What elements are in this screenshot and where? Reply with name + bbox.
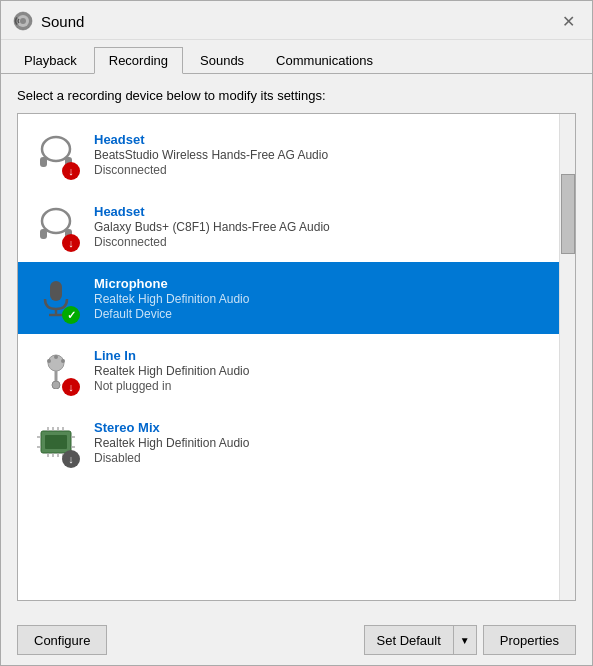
device-desc-1: Galaxy Buds+ (C8F1) Hands-Free AG Audio (94, 220, 547, 234)
close-button[interactable]: ✕ (556, 9, 580, 33)
tab-bar: Playback Recording Sounds Communications (1, 40, 592, 74)
svg-rect-13 (50, 281, 62, 301)
device-icon-wrapper-3: ↓ (30, 344, 82, 396)
title-bar: Sound ✕ (1, 1, 592, 40)
set-default-button[interactable]: Set Default (364, 625, 453, 655)
device-item-4[interactable]: ↓ Stereo Mix Realtek High Definition Aud… (18, 406, 559, 478)
sound-dialog: Sound ✕ Playback Recording Sounds Commun… (0, 0, 593, 666)
device-info-3: Line In Realtek High Definition Audio No… (94, 348, 547, 393)
device-item-1[interactable]: ↓ Headset Galaxy Buds+ (C8F1) Hands-Free… (18, 190, 559, 262)
instruction-text: Select a recording device below to modif… (17, 88, 576, 103)
device-desc-3: Realtek High Definition Audio (94, 364, 547, 378)
svg-point-21 (54, 355, 58, 359)
status-badge-1: ↓ (62, 234, 80, 252)
status-badge-4: ↓ (62, 450, 80, 468)
device-icon-wrapper-4: ↓ (30, 416, 82, 468)
device-name-4: Stereo Mix (94, 420, 547, 435)
tab-recording[interactable]: Recording (94, 47, 183, 74)
tab-playback[interactable]: Playback (9, 47, 92, 74)
device-status-0: Disconnected (94, 163, 547, 177)
svg-point-3 (42, 137, 70, 161)
sound-title-icon (13, 11, 33, 31)
device-item-0[interactable]: ↓ Headset BeatsStudio Wireless Hands-Fre… (18, 118, 559, 190)
device-item-3[interactable]: ↓ Line In Realtek High Definition Audio … (18, 334, 559, 406)
set-default-dropdown-button[interactable]: ▼ (453, 625, 477, 655)
set-default-split-button: Set Default ▼ (364, 625, 477, 655)
title-bar-left: Sound (13, 11, 84, 31)
device-info-2: Microphone Realtek High Definition Audio… (94, 276, 547, 321)
device-icon-wrapper-1: ↓ (30, 200, 82, 252)
device-info-0: Headset BeatsStudio Wireless Hands-Free … (94, 132, 547, 177)
device-name-1: Headset (94, 204, 547, 219)
svg-rect-23 (45, 435, 67, 449)
device-desc-0: BeatsStudio Wireless Hands-Free AG Audio (94, 148, 547, 162)
device-desc-2: Realtek High Definition Audio (94, 292, 547, 306)
status-badge-3: ↓ (62, 378, 80, 396)
device-desc-4: Realtek High Definition Audio (94, 436, 547, 450)
device-icon-wrapper-0: ↓ (30, 128, 82, 180)
device-name-0: Headset (94, 132, 547, 147)
device-name-3: Line In (94, 348, 547, 363)
svg-point-8 (42, 209, 70, 233)
status-badge-0: ↓ (62, 162, 80, 180)
button-bar: Configure Set Default ▼ Properties (1, 615, 592, 665)
svg-point-18 (52, 381, 60, 389)
svg-point-2 (20, 18, 26, 24)
main-content: Select a recording device below to modif… (1, 74, 592, 615)
scrollbar-thumb[interactable] (561, 174, 575, 254)
window-title: Sound (41, 13, 84, 30)
svg-point-19 (47, 359, 51, 363)
status-badge-2: ✓ (62, 306, 80, 324)
configure-button[interactable]: Configure (17, 625, 107, 655)
device-icon-wrapper-2: ✓ (30, 272, 82, 324)
device-info-1: Headset Galaxy Buds+ (C8F1) Hands-Free A… (94, 204, 547, 249)
device-status-1: Disconnected (94, 235, 547, 249)
scrollbar[interactable] (559, 114, 575, 600)
device-item-2[interactable]: ✓ Microphone Realtek High Definition Aud… (18, 262, 559, 334)
device-status-4: Disabled (94, 451, 547, 465)
svg-point-20 (61, 359, 65, 363)
device-status-2: Default Device (94, 307, 547, 321)
properties-button[interactable]: Properties (483, 625, 576, 655)
device-status-3: Not plugged in (94, 379, 547, 393)
tab-sounds[interactable]: Sounds (185, 47, 259, 74)
device-list: ↓ Headset BeatsStudio Wireless Hands-Fre… (18, 114, 559, 600)
device-list-container: ↓ Headset BeatsStudio Wireless Hands-Fre… (17, 113, 576, 601)
tab-communications[interactable]: Communications (261, 47, 388, 74)
device-info-4: Stereo Mix Realtek High Definition Audio… (94, 420, 547, 465)
device-name-2: Microphone (94, 276, 547, 291)
